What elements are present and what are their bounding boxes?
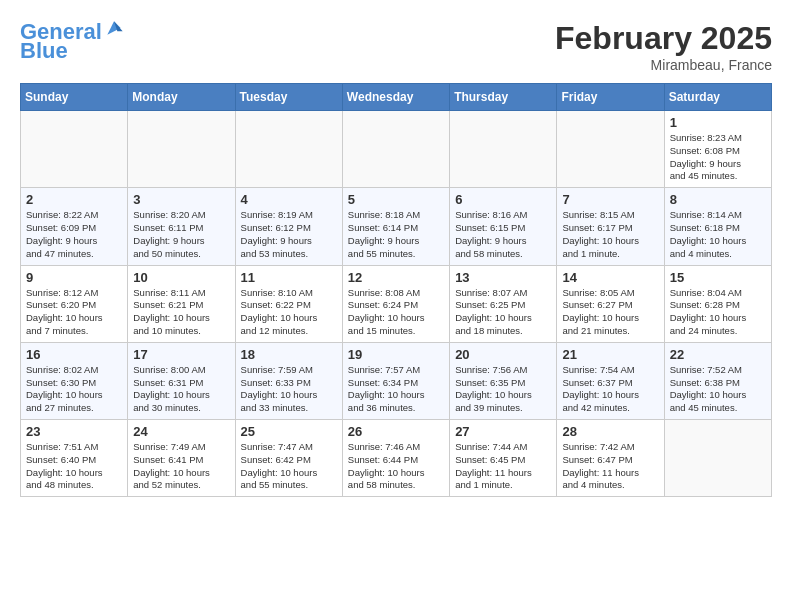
day-info: Sunrise: 8:02 AM Sunset: 6:30 PM Dayligh… — [26, 364, 122, 415]
day-cell — [128, 111, 235, 188]
day-info: Sunrise: 7:56 AM Sunset: 6:35 PM Dayligh… — [455, 364, 551, 415]
day-cell: 20Sunrise: 7:56 AM Sunset: 6:35 PM Dayli… — [450, 342, 557, 419]
day-info: Sunrise: 8:07 AM Sunset: 6:25 PM Dayligh… — [455, 287, 551, 338]
day-number: 7 — [562, 192, 658, 207]
day-cell: 8Sunrise: 8:14 AM Sunset: 6:18 PM Daylig… — [664, 188, 771, 265]
day-cell: 14Sunrise: 8:05 AM Sunset: 6:27 PM Dayli… — [557, 265, 664, 342]
day-cell: 11Sunrise: 8:10 AM Sunset: 6:22 PM Dayli… — [235, 265, 342, 342]
day-info: Sunrise: 7:42 AM Sunset: 6:47 PM Dayligh… — [562, 441, 658, 492]
weekday-header-wednesday: Wednesday — [342, 84, 449, 111]
week-row-5: 23Sunrise: 7:51 AM Sunset: 6:40 PM Dayli… — [21, 420, 772, 497]
day-number: 16 — [26, 347, 122, 362]
day-info: Sunrise: 7:54 AM Sunset: 6:37 PM Dayligh… — [562, 364, 658, 415]
day-number: 14 — [562, 270, 658, 285]
day-cell: 16Sunrise: 8:02 AM Sunset: 6:30 PM Dayli… — [21, 342, 128, 419]
weekday-header-friday: Friday — [557, 84, 664, 111]
day-number: 6 — [455, 192, 551, 207]
day-cell: 26Sunrise: 7:46 AM Sunset: 6:44 PM Dayli… — [342, 420, 449, 497]
day-info: Sunrise: 7:57 AM Sunset: 6:34 PM Dayligh… — [348, 364, 444, 415]
day-number: 4 — [241, 192, 337, 207]
week-row-4: 16Sunrise: 8:02 AM Sunset: 6:30 PM Dayli… — [21, 342, 772, 419]
day-cell: 13Sunrise: 8:07 AM Sunset: 6:25 PM Dayli… — [450, 265, 557, 342]
week-row-1: 1Sunrise: 8:23 AM Sunset: 6:08 PM Daylig… — [21, 111, 772, 188]
day-cell: 1Sunrise: 8:23 AM Sunset: 6:08 PM Daylig… — [664, 111, 771, 188]
day-number: 11 — [241, 270, 337, 285]
day-cell: 12Sunrise: 8:08 AM Sunset: 6:24 PM Dayli… — [342, 265, 449, 342]
day-info: Sunrise: 8:08 AM Sunset: 6:24 PM Dayligh… — [348, 287, 444, 338]
day-info: Sunrise: 8:19 AM Sunset: 6:12 PM Dayligh… — [241, 209, 337, 260]
day-number: 27 — [455, 424, 551, 439]
weekday-header-row: SundayMondayTuesdayWednesdayThursdayFrid… — [21, 84, 772, 111]
day-cell: 10Sunrise: 8:11 AM Sunset: 6:21 PM Dayli… — [128, 265, 235, 342]
day-number: 20 — [455, 347, 551, 362]
day-cell — [557, 111, 664, 188]
month-title: February 2025 — [555, 20, 772, 57]
day-cell: 3Sunrise: 8:20 AM Sunset: 6:11 PM Daylig… — [128, 188, 235, 265]
day-number: 1 — [670, 115, 766, 130]
day-info: Sunrise: 8:10 AM Sunset: 6:22 PM Dayligh… — [241, 287, 337, 338]
day-number: 18 — [241, 347, 337, 362]
day-number: 22 — [670, 347, 766, 362]
day-info: Sunrise: 7:51 AM Sunset: 6:40 PM Dayligh… — [26, 441, 122, 492]
day-cell — [450, 111, 557, 188]
weekday-header-saturday: Saturday — [664, 84, 771, 111]
calendar-table: SundayMondayTuesdayWednesdayThursdayFrid… — [20, 83, 772, 497]
weekday-header-monday: Monday — [128, 84, 235, 111]
day-cell: 22Sunrise: 7:52 AM Sunset: 6:38 PM Dayli… — [664, 342, 771, 419]
day-cell: 5Sunrise: 8:18 AM Sunset: 6:14 PM Daylig… — [342, 188, 449, 265]
day-cell: 6Sunrise: 8:16 AM Sunset: 6:15 PM Daylig… — [450, 188, 557, 265]
weekday-header-tuesday: Tuesday — [235, 84, 342, 111]
day-info: Sunrise: 8:16 AM Sunset: 6:15 PM Dayligh… — [455, 209, 551, 260]
day-info: Sunrise: 8:00 AM Sunset: 6:31 PM Dayligh… — [133, 364, 229, 415]
logo: General Blue — [20, 20, 124, 64]
day-info: Sunrise: 8:15 AM Sunset: 6:17 PM Dayligh… — [562, 209, 658, 260]
day-cell: 24Sunrise: 7:49 AM Sunset: 6:41 PM Dayli… — [128, 420, 235, 497]
day-cell — [21, 111, 128, 188]
title-block: February 2025 Mirambeau, France — [555, 20, 772, 73]
day-number: 23 — [26, 424, 122, 439]
day-info: Sunrise: 8:04 AM Sunset: 6:28 PM Dayligh… — [670, 287, 766, 338]
day-cell: 25Sunrise: 7:47 AM Sunset: 6:42 PM Dayli… — [235, 420, 342, 497]
day-info: Sunrise: 8:22 AM Sunset: 6:09 PM Dayligh… — [26, 209, 122, 260]
day-cell — [664, 420, 771, 497]
day-number: 28 — [562, 424, 658, 439]
day-number: 21 — [562, 347, 658, 362]
location: Mirambeau, France — [555, 57, 772, 73]
weekday-header-sunday: Sunday — [21, 84, 128, 111]
day-number: 13 — [455, 270, 551, 285]
day-info: Sunrise: 7:46 AM Sunset: 6:44 PM Dayligh… — [348, 441, 444, 492]
day-cell: 18Sunrise: 7:59 AM Sunset: 6:33 PM Dayli… — [235, 342, 342, 419]
day-cell: 2Sunrise: 8:22 AM Sunset: 6:09 PM Daylig… — [21, 188, 128, 265]
week-row-3: 9Sunrise: 8:12 AM Sunset: 6:20 PM Daylig… — [21, 265, 772, 342]
day-cell — [235, 111, 342, 188]
day-cell: 27Sunrise: 7:44 AM Sunset: 6:45 PM Dayli… — [450, 420, 557, 497]
day-number: 24 — [133, 424, 229, 439]
logo-icon — [104, 18, 124, 38]
day-cell: 17Sunrise: 8:00 AM Sunset: 6:31 PM Dayli… — [128, 342, 235, 419]
page-header: General Blue February 2025 Mirambeau, Fr… — [20, 20, 772, 73]
day-cell: 15Sunrise: 8:04 AM Sunset: 6:28 PM Dayli… — [664, 265, 771, 342]
day-cell — [342, 111, 449, 188]
day-info: Sunrise: 7:49 AM Sunset: 6:41 PM Dayligh… — [133, 441, 229, 492]
day-number: 12 — [348, 270, 444, 285]
day-number: 2 — [26, 192, 122, 207]
day-number: 8 — [670, 192, 766, 207]
day-info: Sunrise: 8:23 AM Sunset: 6:08 PM Dayligh… — [670, 132, 766, 183]
day-cell: 4Sunrise: 8:19 AM Sunset: 6:12 PM Daylig… — [235, 188, 342, 265]
day-number: 17 — [133, 347, 229, 362]
day-info: Sunrise: 8:11 AM Sunset: 6:21 PM Dayligh… — [133, 287, 229, 338]
day-number: 15 — [670, 270, 766, 285]
day-info: Sunrise: 7:44 AM Sunset: 6:45 PM Dayligh… — [455, 441, 551, 492]
day-info: Sunrise: 8:12 AM Sunset: 6:20 PM Dayligh… — [26, 287, 122, 338]
day-number: 5 — [348, 192, 444, 207]
day-info: Sunrise: 8:05 AM Sunset: 6:27 PM Dayligh… — [562, 287, 658, 338]
week-row-2: 2Sunrise: 8:22 AM Sunset: 6:09 PM Daylig… — [21, 188, 772, 265]
day-number: 9 — [26, 270, 122, 285]
weekday-header-thursday: Thursday — [450, 84, 557, 111]
day-info: Sunrise: 8:20 AM Sunset: 6:11 PM Dayligh… — [133, 209, 229, 260]
day-info: Sunrise: 8:18 AM Sunset: 6:14 PM Dayligh… — [348, 209, 444, 260]
day-number: 25 — [241, 424, 337, 439]
day-info: Sunrise: 7:52 AM Sunset: 6:38 PM Dayligh… — [670, 364, 766, 415]
day-info: Sunrise: 7:47 AM Sunset: 6:42 PM Dayligh… — [241, 441, 337, 492]
day-number: 3 — [133, 192, 229, 207]
